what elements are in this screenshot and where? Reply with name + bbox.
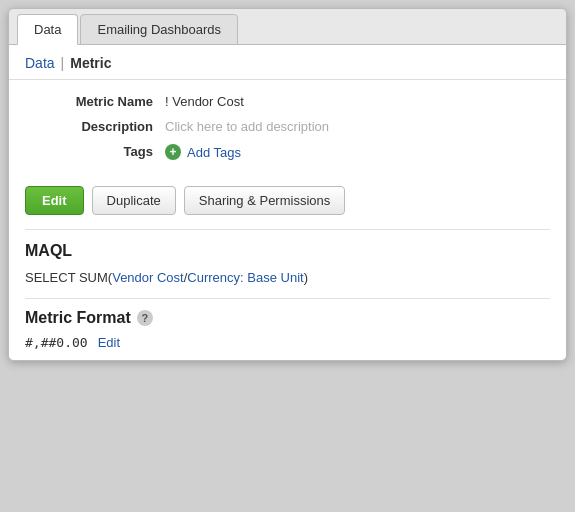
- maql-vendor-cost-link[interactable]: Vendor Cost: [112, 270, 184, 285]
- add-tags-icon: +: [165, 144, 181, 160]
- breadcrumb: Data | Metric: [9, 45, 566, 80]
- maql-code: SELECT SUM(Vendor Cost/Currency: Base Un…: [25, 268, 550, 288]
- maql-title: MAQL: [25, 242, 550, 260]
- tab-emailing[interactable]: Emailing Dashboards: [80, 14, 238, 45]
- description-row: Description Click here to add descriptio…: [25, 119, 550, 134]
- breadcrumb-data-link[interactable]: Data: [25, 55, 55, 71]
- add-tags-link[interactable]: Add Tags: [187, 145, 241, 160]
- tab-data[interactable]: Data: [17, 14, 78, 45]
- edit-button[interactable]: Edit: [25, 186, 84, 215]
- tab-bar: Data Emailing Dashboards: [9, 9, 566, 45]
- metric-name-row: Metric Name ! Vendor Cost: [25, 94, 550, 109]
- main-content: Data | Metric Metric Name ! Vendor Cost …: [9, 45, 566, 360]
- action-buttons-row: Edit Duplicate Sharing & Permissions: [9, 180, 566, 229]
- metric-name-label: Metric Name: [25, 94, 165, 109]
- description-label: Description: [25, 119, 165, 134]
- metric-name-value: ! Vendor Cost: [165, 94, 244, 109]
- format-value: #,##0.00: [25, 335, 88, 350]
- metric-format-header: Metric Format ?: [25, 309, 550, 327]
- duplicate-button[interactable]: Duplicate: [92, 186, 176, 215]
- tags-label: Tags: [25, 144, 165, 159]
- maql-prefix: SELECT SUM(: [25, 270, 112, 285]
- maql-section: MAQL SELECT SUM(Vendor Cost/Currency: Ba…: [9, 230, 566, 298]
- metric-format-title: Metric Format: [25, 309, 131, 327]
- breadcrumb-metric: Metric: [70, 55, 111, 71]
- tags-content: + Add Tags: [165, 144, 241, 160]
- fields-section: Metric Name ! Vendor Cost Description Cl…: [9, 80, 566, 180]
- format-row: #,##0.00 Edit: [25, 335, 550, 350]
- sharing-permissions-button[interactable]: Sharing & Permissions: [184, 186, 346, 215]
- format-edit-link[interactable]: Edit: [98, 335, 120, 350]
- breadcrumb-separator: |: [61, 55, 65, 71]
- help-icon[interactable]: ?: [137, 310, 153, 326]
- maql-suffix: ): [304, 270, 308, 285]
- maql-currency-link[interactable]: Currency: Base Unit: [187, 270, 303, 285]
- tags-row: Tags + Add Tags: [25, 144, 550, 160]
- description-value[interactable]: Click here to add description: [165, 119, 329, 134]
- metric-format-section: Metric Format ? #,##0.00 Edit: [9, 299, 566, 360]
